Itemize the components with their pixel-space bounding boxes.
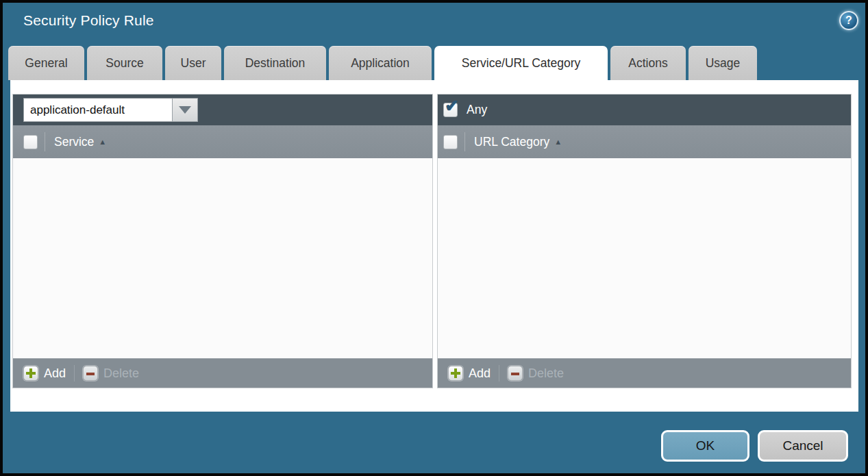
url-category-panel-footer: Add Delete	[438, 358, 851, 388]
service-column-header[interactable]: Service ▲	[13, 125, 432, 158]
add-button-label: Add	[469, 366, 491, 381]
any-checkbox[interactable]: ✔	[443, 103, 458, 117]
ok-button[interactable]: OK	[661, 430, 749, 462]
plus-icon	[23, 366, 38, 381]
service-type-dropdown-button[interactable]	[173, 98, 198, 122]
tab-general[interactable]: General	[8, 46, 84, 80]
service-panel-footer: Add Delete	[13, 358, 432, 388]
service-add-button[interactable]: Add	[23, 366, 66, 381]
url-category-panel-header: ✔ Any	[438, 95, 851, 125]
footer-separator	[499, 365, 499, 381]
column-separator	[464, 132, 465, 152]
dialog-title: Security Policy Rule	[23, 12, 154, 29]
cancel-button[interactable]: Cancel	[758, 430, 848, 462]
chevron-down-icon	[179, 106, 191, 114]
service-select-all-checkbox[interactable]	[23, 135, 38, 149]
tab-destination[interactable]: Destination	[224, 46, 326, 80]
tab-source[interactable]: Source	[87, 46, 162, 80]
add-button-label: Add	[44, 366, 66, 381]
minus-icon	[83, 366, 98, 381]
help-icon[interactable]: ?	[839, 11, 858, 30]
footer-separator	[74, 365, 75, 381]
tab-usage[interactable]: Usage	[689, 46, 757, 80]
delete-button-label: Delete	[528, 366, 564, 381]
url-category-column-label: URL Category	[474, 135, 549, 149]
tab-content-area: application-default Service ▲ Add Delete	[10, 80, 858, 412]
service-type-dropdown-value[interactable]: application-default	[23, 98, 173, 122]
service-type-dropdown[interactable]: application-default	[23, 98, 198, 122]
sort-asc-icon: ▲	[554, 138, 562, 146]
tab-bar: General Source User Destination Applicat…	[8, 46, 757, 80]
url-category-column-header[interactable]: URL Category ▲	[438, 125, 851, 158]
tab-user[interactable]: User	[165, 46, 221, 80]
checkmark-icon: ✔	[445, 97, 459, 114]
tab-actions[interactable]: Actions	[610, 46, 686, 80]
service-panel: application-default Service ▲ Add Delete	[12, 94, 433, 388]
column-separator	[45, 132, 45, 152]
any-label: Any	[467, 103, 487, 117]
sort-asc-icon: ▲	[99, 138, 106, 146]
tab-service-url-category[interactable]: Service/URL Category	[434, 46, 608, 80]
tab-application[interactable]: Application	[329, 46, 432, 80]
service-column-label: Service	[54, 135, 94, 149]
service-list	[13, 158, 432, 358]
plus-icon	[448, 366, 463, 381]
url-category-panel: ✔ Any URL Category ▲ Add Delete	[437, 94, 852, 388]
minus-icon	[508, 366, 523, 381]
url-category-select-all-checkbox[interactable]	[443, 135, 458, 149]
url-category-delete-button[interactable]: Delete	[508, 366, 564, 381]
service-panel-header: application-default	[13, 95, 432, 125]
url-category-add-button[interactable]: Add	[448, 366, 491, 381]
delete-button-label: Delete	[103, 366, 139, 381]
service-delete-button[interactable]: Delete	[83, 366, 139, 381]
url-category-list	[438, 158, 851, 358]
